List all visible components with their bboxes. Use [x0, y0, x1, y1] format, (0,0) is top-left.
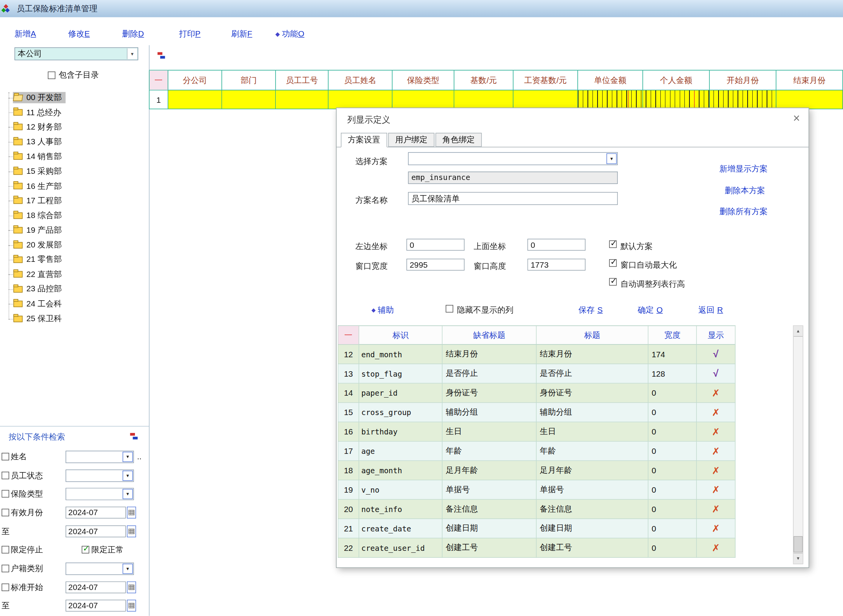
grid-cell[interactable]	[328, 90, 392, 109]
scheme-select[interactable]: ▼	[408, 152, 618, 165]
calendar-picker-button[interactable]	[127, 581, 136, 594]
columns-table-row[interactable]: 12end_month结束月份结束月份174√	[338, 345, 736, 364]
tree-item[interactable]: 21 零售部	[4, 253, 145, 267]
header-show[interactable]: 显示	[697, 326, 736, 344]
delete-button[interactable]: 删除D	[122, 29, 144, 39]
win-width-input[interactable]: 2995	[406, 259, 465, 271]
columns-table-row[interactable]: 18age_month足月年龄足月年龄0✗	[338, 461, 736, 480]
add-scheme-link[interactable]: 新增显示方案	[719, 164, 768, 174]
columns-table-row[interactable]: 19v_no单据号单据号0✗	[338, 480, 736, 500]
grid-cell[interactable]	[222, 90, 276, 109]
tree-item[interactable]: 24 工会科	[4, 297, 145, 311]
transfer-icon[interactable]	[130, 433, 138, 440]
col-header-branch[interactable]: 分公司	[168, 71, 222, 90]
columns-table-row[interactable]: 20note_info备注信息备注信息0✗	[338, 500, 736, 519]
tree-item[interactable]: 13 人事部	[4, 135, 145, 149]
transfer-icon[interactable]	[157, 52, 165, 59]
company-select[interactable]: 本公司 ▼	[14, 47, 138, 60]
scheme-name-input[interactable]: 员工保险清单	[408, 192, 618, 205]
header-identifier[interactable]: 标识	[359, 326, 442, 344]
tree-item[interactable]: 25 保卫科	[4, 311, 145, 326]
col-header-personal-amount[interactable]: 个人金额	[643, 71, 710, 90]
grid-cell[interactable]	[454, 90, 514, 109]
name-more-button[interactable]: ..	[137, 452, 142, 461]
household-checkbox[interactable]	[2, 565, 9, 572]
grid-cell[interactable]	[168, 90, 222, 109]
columns-table-row[interactable]: 13stop_flag是否停止是否停止128√	[338, 364, 736, 384]
name-checkbox[interactable]	[2, 453, 9, 460]
columns-table-row[interactable]: 21create_date创建日期创建日期0✗	[338, 519, 736, 538]
header-default-title[interactable]: 缺省标题	[442, 326, 537, 344]
tree-item[interactable]: 11 总经办	[4, 105, 145, 120]
col-header-emp-no[interactable]: 员工工号	[276, 71, 328, 90]
limit-stop-checkbox[interactable]	[2, 546, 9, 553]
top-coord-input[interactable]: 0	[527, 239, 586, 251]
instype-select[interactable]: ▼	[66, 488, 134, 500]
status-checkbox[interactable]	[2, 472, 9, 479]
return-button[interactable]: 返回R	[698, 305, 723, 315]
columns-table-row[interactable]: 22create_user_id创建工号创建工号0✗	[338, 538, 736, 558]
col-header-start-month[interactable]: 开始月份	[710, 71, 776, 90]
grid-cell[interactable]	[776, 90, 843, 109]
refresh-button[interactable]: 刷新F	[231, 29, 252, 39]
col-header-department[interactable]: 部门	[222, 71, 276, 90]
grid-cell[interactable]	[276, 90, 328, 109]
left-coord-input[interactable]: 0	[406, 239, 465, 251]
ok-button[interactable]: 确定O	[637, 305, 663, 315]
tree-item[interactable]: 20 发展部	[4, 238, 145, 253]
tab-scheme-settings[interactable]: 方案设置	[341, 133, 387, 147]
stdstart-checkbox[interactable]	[2, 583, 9, 591]
name-select[interactable]: ▼	[66, 451, 134, 463]
scheme-id-input[interactable]: emp_insurance	[408, 171, 618, 184]
instype-checkbox[interactable]	[2, 490, 9, 497]
col-header-emp-name[interactable]: 员工姓名	[328, 71, 392, 90]
col-header-end-month[interactable]: 结束月份	[776, 71, 843, 90]
status-select[interactable]: ▼	[66, 469, 134, 482]
columns-table-row[interactable]: 17age年龄年龄0✗	[338, 441, 736, 461]
chevron-down-icon[interactable]: ▼	[123, 564, 133, 574]
columns-table-row[interactable]: 14paper_id身份证号身份证号0✗	[338, 384, 736, 403]
tab-user-binding[interactable]: 用户绑定	[388, 133, 434, 147]
col-header-ins-type[interactable]: 保险类型	[392, 71, 454, 90]
stdto-input[interactable]: 2024-07	[66, 600, 126, 612]
chevron-down-icon[interactable]: ▼	[123, 452, 133, 462]
tree-item[interactable]: 17 工程部	[4, 194, 145, 208]
tree-item[interactable]: 12 财务部	[4, 120, 145, 135]
col-header-base[interactable]: 基数/元	[454, 71, 514, 90]
table-scrollbar[interactable]: ▲ ▼	[793, 325, 803, 564]
grid-cell[interactable]	[392, 90, 454, 109]
aux-menu-button[interactable]: ◆辅助	[371, 305, 394, 315]
tree-item[interactable]: 14 销售部	[4, 149, 145, 164]
tree-item[interactable]: 00 开发部	[4, 90, 145, 105]
validto-input[interactable]: 2024-07	[66, 526, 126, 538]
tree-item[interactable]: 16 生产部	[4, 179, 145, 194]
tree-item[interactable]: 22 直营部	[4, 267, 145, 282]
scroll-down-arrow[interactable]: ▼	[793, 553, 803, 564]
stdstart-input[interactable]: 2024-07	[66, 581, 126, 594]
calendar-picker-button[interactable]	[127, 526, 136, 538]
household-select[interactable]: ▼	[66, 562, 134, 575]
scroll-up-arrow[interactable]: ▲	[793, 326, 803, 337]
chevron-down-icon[interactable]: ▼	[123, 471, 133, 481]
auto-row-height-checkbox[interactable]	[609, 278, 617, 286]
chevron-down-icon[interactable]: ▼	[606, 153, 617, 164]
limit-normal-checkbox[interactable]	[82, 546, 89, 553]
include-sub-checkbox[interactable]	[48, 71, 55, 79]
default-scheme-checkbox[interactable]	[609, 241, 617, 248]
close-icon[interactable]: ×	[793, 111, 800, 125]
chevron-down-icon[interactable]: ▼	[127, 48, 137, 59]
tab-role-binding[interactable]: 角色绑定	[435, 133, 482, 147]
tree-item[interactable]: 15 采购部	[4, 164, 145, 179]
hide-columns-checkbox[interactable]	[446, 305, 453, 312]
header-title[interactable]: 标题	[537, 326, 648, 344]
add-button[interactable]: 新增A	[14, 29, 36, 39]
tree-item[interactable]: 18 综合部	[4, 208, 145, 223]
edit-button[interactable]: 修改E	[68, 29, 90, 39]
scrollbar-thumb[interactable]	[793, 536, 803, 552]
auto-maximize-checkbox[interactable]	[609, 259, 617, 266]
col-header-salary-base[interactable]: 工资基数/元	[513, 71, 578, 90]
header-width[interactable]: 宽度	[648, 326, 697, 344]
window-titlebar[interactable]: 员工保险标准清单管理	[0, 0, 843, 17]
win-height-input[interactable]: 1773	[527, 259, 586, 271]
save-button[interactable]: 保存S	[579, 305, 603, 315]
